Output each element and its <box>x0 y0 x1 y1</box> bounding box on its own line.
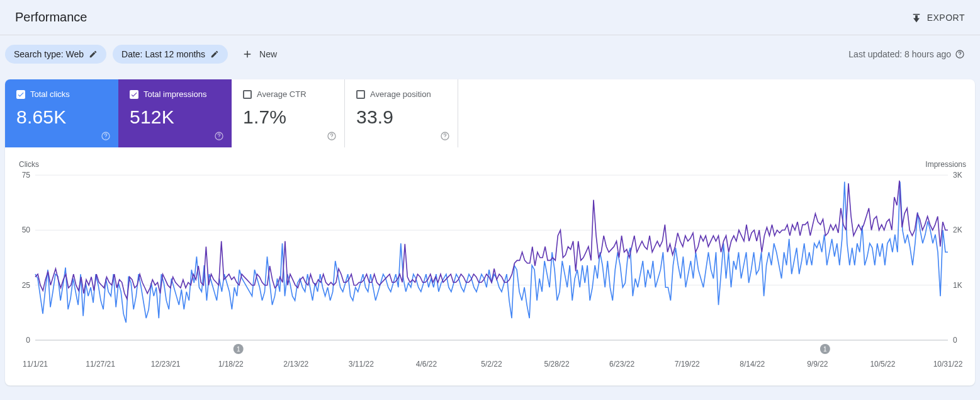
svg-text:1: 1 <box>823 346 827 353</box>
checkbox-unchecked-icon <box>243 90 252 99</box>
metric-impressions-value: 512K <box>130 106 220 128</box>
filter-date-chip[interactable]: Date: Last 12 months <box>113 45 228 64</box>
help-icon[interactable] <box>101 131 111 141</box>
page-title: Performance <box>15 10 87 25</box>
metric-total-clicks[interactable]: Total clicks 8.65K <box>5 79 118 147</box>
svg-text:5/2/22: 5/2/22 <box>481 360 502 369</box>
svg-point-9 <box>444 138 445 139</box>
performance-chart[interactable]: 025507501K2K3K11/1/2111/27/2112/23/211/1… <box>16 171 967 379</box>
svg-text:2/13/22: 2/13/22 <box>283 360 308 369</box>
svg-point-3 <box>105 138 106 139</box>
svg-text:50: 50 <box>22 226 31 234</box>
svg-text:10/31/22: 10/31/22 <box>933 360 963 369</box>
svg-text:3K: 3K <box>953 171 962 180</box>
filter-search-type-label: Search type: Web <box>14 49 84 59</box>
svg-point-1 <box>959 56 960 57</box>
new-filter-label: New <box>259 49 277 59</box>
checkbox-checked-icon <box>16 90 25 99</box>
svg-text:25: 25 <box>22 281 31 290</box>
svg-text:75: 75 <box>22 171 31 180</box>
metric-total-impressions[interactable]: Total impressions 512K <box>118 79 232 147</box>
metric-clicks-label: Total clicks <box>30 89 70 99</box>
svg-text:0: 0 <box>26 336 30 345</box>
filter-date-label: Date: Last 12 months <box>121 49 205 59</box>
help-icon[interactable] <box>214 131 224 141</box>
pencil-icon <box>210 50 219 59</box>
checkbox-checked-icon <box>130 90 138 99</box>
svg-text:1/18/22: 1/18/22 <box>218 360 244 369</box>
svg-text:7/19/22: 7/19/22 <box>675 360 700 369</box>
metric-ctr-value: 1.7% <box>243 106 333 128</box>
pencil-icon <box>89 50 98 59</box>
svg-point-5 <box>218 138 219 139</box>
plus-icon <box>242 49 253 60</box>
svg-text:12/23/21: 12/23/21 <box>151 360 181 369</box>
svg-text:11/27/21: 11/27/21 <box>86 360 115 369</box>
svg-point-7 <box>331 138 332 139</box>
help-icon[interactable] <box>440 131 450 141</box>
svg-text:1K: 1K <box>953 281 962 290</box>
svg-text:3/11/22: 3/11/22 <box>349 360 374 369</box>
metric-position-value: 33.9 <box>356 106 446 128</box>
last-updated-text: Last updated: 8 hours ago <box>848 49 965 59</box>
download-icon <box>911 12 922 23</box>
help-icon[interactable] <box>955 49 965 59</box>
svg-text:0: 0 <box>953 336 957 345</box>
svg-text:11/1/21: 11/1/21 <box>23 360 48 369</box>
svg-text:1: 1 <box>237 346 240 353</box>
help-icon[interactable] <box>327 131 337 141</box>
export-button[interactable]: EXPORT <box>911 12 965 23</box>
metric-position-label: Average position <box>370 89 431 99</box>
metric-avg-position[interactable]: Average position 33.9 <box>345 79 458 147</box>
svg-text:5/28/22: 5/28/22 <box>544 360 570 369</box>
svg-text:8/14/22: 8/14/22 <box>740 360 765 369</box>
svg-text:6/23/22: 6/23/22 <box>609 360 634 369</box>
svg-text:4/6/22: 4/6/22 <box>416 360 437 369</box>
metric-clicks-value: 8.65K <box>16 106 107 128</box>
checkbox-unchecked-icon <box>356 90 365 99</box>
metric-avg-ctr[interactable]: Average CTR 1.7% <box>232 79 345 147</box>
svg-text:9/9/22: 9/9/22 <box>807 360 828 369</box>
y-left-axis-label: Clicks <box>19 160 39 169</box>
y-right-axis-label: Impressions <box>925 160 966 169</box>
export-label: EXPORT <box>927 13 965 23</box>
svg-text:10/5/22: 10/5/22 <box>870 360 895 369</box>
metric-impressions-label: Total impressions <box>144 89 206 99</box>
filter-search-type-chip[interactable]: Search type: Web <box>5 45 106 64</box>
new-filter-button[interactable]: New <box>234 44 284 64</box>
svg-text:2K: 2K <box>953 226 962 234</box>
metric-ctr-label: Average CTR <box>257 89 307 99</box>
